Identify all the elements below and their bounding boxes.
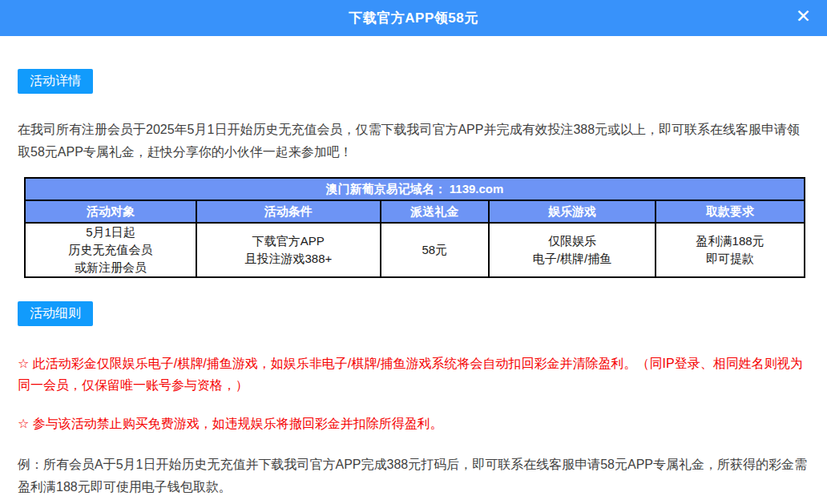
cell-target: 5月1日起 历史无充值会员 或新注册会员 bbox=[25, 223, 196, 277]
col-header-condition: 活动条件 bbox=[196, 200, 381, 223]
close-icon[interactable]: ✕ bbox=[791, 6, 816, 27]
dialog-titlebar: 下载官方APP领58元 ✕ bbox=[0, 0, 827, 36]
dialog-content: 活动详情 在我司所有注册会员于2025年5月1日开始历史无充值会员，仅需下载我司… bbox=[0, 36, 827, 498]
promo-intro-text: 在我司所有注册会员于2025年5月1日开始历史无充值会员，仅需下载我司官方APP… bbox=[18, 119, 809, 163]
cell-condition-line2: 且投注游戏388+ bbox=[197, 250, 380, 268]
cell-target-line2: 历史无充值会员 bbox=[26, 241, 196, 259]
example-text: 例：所有会员A于5月1日开始历史无充值并下载我司官方APP完成388元打码后，即… bbox=[18, 454, 809, 498]
rule-text-2: ☆ 参与该活动禁止购买免费游戏，如违规娱乐将撤回彩金并扣除所得盈利。 bbox=[18, 413, 809, 434]
cell-condition-line1: 下载官方APP bbox=[197, 232, 380, 250]
section-badge-rules: 活动细则 bbox=[18, 301, 93, 326]
cell-withdraw-line1: 盈利满188元 bbox=[656, 232, 804, 250]
cell-games: 仅限娱乐 电子/棋牌/捕鱼 bbox=[489, 223, 656, 277]
cell-gift-line1: 58元 bbox=[381, 241, 488, 259]
cell-withdraw-line2: 即可提款 bbox=[656, 250, 804, 268]
dialog-title: 下载官方APP领58元 bbox=[349, 9, 478, 27]
cell-gift: 58元 bbox=[381, 223, 489, 277]
section-badge-details: 活动详情 bbox=[18, 69, 93, 94]
cell-withdraw: 盈利满188元 即可提款 bbox=[656, 223, 805, 277]
col-header-games: 娱乐游戏 bbox=[489, 200, 656, 223]
rule-text-1: ☆ 此活动彩金仅限娱乐电子/棋牌/捕鱼游戏，如娱乐非电子/棋牌/捕鱼游戏系统将会… bbox=[18, 353, 809, 396]
table-domain-header: 澳门新葡京易记域名： 1139.com bbox=[25, 178, 805, 200]
table-row: 5月1日起 历史无充值会员 或新注册会员 下载官方APP 且投注游戏388+ 5… bbox=[25, 223, 805, 277]
promo-table: 澳门新葡京易记域名： 1139.com 活动对象 活动条件 派送礼金 娱乐游戏 … bbox=[24, 177, 805, 278]
cell-condition: 下载官方APP 且投注游戏388+ bbox=[196, 223, 381, 277]
col-header-target: 活动对象 bbox=[25, 200, 196, 223]
col-header-gift: 派送礼金 bbox=[381, 200, 489, 223]
cell-games-line2: 电子/棋牌/捕鱼 bbox=[490, 250, 655, 268]
col-header-withdraw: 取款要求 bbox=[656, 200, 805, 223]
cell-target-line3: 或新注册会员 bbox=[26, 259, 196, 276]
cell-games-line1: 仅限娱乐 bbox=[490, 232, 655, 250]
cell-target-line1: 5月1日起 bbox=[26, 224, 196, 241]
